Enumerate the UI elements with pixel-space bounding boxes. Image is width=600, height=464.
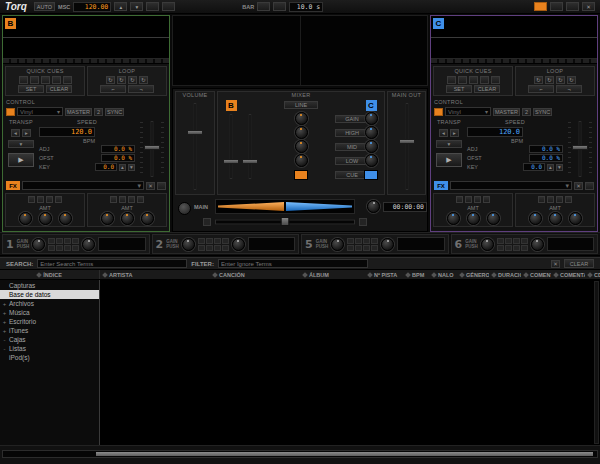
sync-button[interactable]: SYNC xyxy=(533,108,552,116)
master-button[interactable]: MASTER xyxy=(493,108,520,116)
fx-amount-knob[interactable] xyxy=(141,212,154,225)
fx-slot-button[interactable] xyxy=(137,196,144,203)
fx-slot-button[interactable] xyxy=(547,196,554,203)
channel-button[interactable] xyxy=(64,245,71,251)
crossfader-thumb[interactable] xyxy=(281,217,290,226)
deck-b-low-knob[interactable] xyxy=(295,154,308,167)
channel-button[interactable] xyxy=(513,238,520,244)
loop-in-button[interactable]: ⌐ xyxy=(100,85,126,93)
fx-amount-knob[interactable] xyxy=(529,212,542,225)
channel-aux-knob[interactable] xyxy=(531,238,544,251)
sidebar-item-escritorio[interactable]: +Escritorio xyxy=(0,317,99,326)
column-header-bpm[interactable]: BPM xyxy=(403,272,429,278)
fx-option-button[interactable] xyxy=(585,182,594,190)
column-header-album[interactable]: ÁLBUM xyxy=(300,272,365,278)
channel-button[interactable] xyxy=(48,238,55,244)
crossfade-assign-right-button[interactable] xyxy=(359,218,367,226)
fx-slot-button[interactable] xyxy=(119,196,126,203)
slider-thumb[interactable] xyxy=(223,159,239,164)
deck-c-cue-button[interactable] xyxy=(364,170,378,180)
horizontal-scrollbar-thumb[interactable] xyxy=(96,452,593,456)
loop-out-button[interactable]: ¬ xyxy=(556,85,582,93)
channel-button[interactable] xyxy=(72,238,79,244)
cue-mix-knob[interactable] xyxy=(367,200,380,213)
crossfader[interactable] xyxy=(215,217,355,227)
column-header-cd[interactable]: CD xyxy=(585,272,600,278)
loop-out-button[interactable]: ¬ xyxy=(128,85,154,93)
deck-c-waveform-display[interactable]: C xyxy=(431,16,597,59)
fx-slot-button[interactable] xyxy=(28,196,35,203)
deck-c-mid-knob[interactable] xyxy=(365,140,378,153)
track-list-area[interactable] xyxy=(100,280,600,445)
quick-cue-button[interactable] xyxy=(52,76,61,84)
toolbar-button[interactable] xyxy=(146,2,159,11)
loop-size-button[interactable]: ↻ xyxy=(139,76,148,84)
channel-button[interactable] xyxy=(222,245,229,251)
quick-cue-button[interactable] xyxy=(19,76,28,84)
clear-search-icon-button[interactable]: ✕ xyxy=(551,260,560,268)
toolbar-button[interactable] xyxy=(273,2,286,11)
channel-button[interactable] xyxy=(347,238,354,244)
loop-size-button[interactable]: ↻ xyxy=(567,76,576,84)
key-up-button[interactable]: ▴ xyxy=(119,164,126,171)
fx-slot-button[interactable] xyxy=(46,196,53,203)
quick-cue-button[interactable] xyxy=(491,76,500,84)
fx-close-button[interactable]: ✕ xyxy=(146,182,155,190)
offset-button[interactable]: ▾ xyxy=(8,140,34,148)
channel-button[interactable] xyxy=(222,238,229,244)
fx-slot-button[interactable] xyxy=(110,196,117,203)
horizontal-scrollbar[interactable] xyxy=(2,450,598,458)
channel-button[interactable] xyxy=(371,238,378,244)
channel-aux-knob[interactable] xyxy=(232,238,245,251)
channel-button[interactable] xyxy=(513,245,520,251)
column-header-comentario-1[interactable]: COMENTARIO 1 xyxy=(551,272,585,278)
sidebar-item-cajas[interactable]: -Cajas xyxy=(0,335,99,344)
loop-size-button[interactable]: ↻ xyxy=(117,76,126,84)
key-up-button[interactable]: ▴ xyxy=(547,164,554,171)
deck-b-gain-knob[interactable] xyxy=(295,112,308,125)
fx-slot-button[interactable] xyxy=(128,196,135,203)
column-header-genero[interactable]: GÉNERO xyxy=(457,272,489,278)
deck-c-low-knob[interactable] xyxy=(365,154,378,167)
preferences-button[interactable] xyxy=(566,2,579,11)
channel-button[interactable] xyxy=(497,238,504,244)
fx-amount-knob[interactable] xyxy=(39,212,52,225)
vertical-scrollbar[interactable] xyxy=(594,281,599,444)
loop-size-button[interactable]: ↻ xyxy=(128,76,137,84)
fx-select[interactable]: ▾ xyxy=(450,181,572,190)
column-header-indice[interactable]: ÍNDICE xyxy=(0,270,100,279)
sidebar-item-ipods[interactable]: iPod(s) xyxy=(0,353,99,362)
quick-cue-button[interactable] xyxy=(480,76,489,84)
channel-gain-knob[interactable] xyxy=(32,238,45,251)
channel-button[interactable] xyxy=(206,238,213,244)
main-out-slider[interactable] xyxy=(388,101,425,192)
channel-button[interactable] xyxy=(521,245,528,251)
deck-b-mode-select[interactable]: Vinyl ▾ xyxy=(17,107,63,116)
toolbar-indicator-button[interactable] xyxy=(534,2,547,11)
line-source-button[interactable]: LINE xyxy=(284,101,318,109)
master-button[interactable]: MASTER xyxy=(65,108,92,116)
cue-volume-slider[interactable] xyxy=(176,101,214,192)
key-down-button[interactable]: ▾ xyxy=(128,164,135,171)
offset-button[interactable]: ▾ xyxy=(436,140,462,148)
channel-button[interactable] xyxy=(56,238,63,244)
sidebar-item-capturas[interactable]: Capturas xyxy=(0,281,99,290)
channel-button[interactable] xyxy=(505,245,512,251)
deck-b-high-knob[interactable] xyxy=(295,126,308,139)
tempo-up-button[interactable]: ▴ xyxy=(114,2,127,11)
nudge-forward-button[interactable]: ▸ xyxy=(450,129,459,137)
sync-button[interactable]: SYNC xyxy=(105,108,124,116)
channel-button[interactable] xyxy=(214,238,221,244)
fx-slot-button[interactable] xyxy=(556,196,563,203)
column-header-artista[interactable]: ARTISTA xyxy=(100,272,210,278)
toolbar-button[interactable] xyxy=(257,2,270,11)
fx-amount-knob[interactable] xyxy=(467,212,480,225)
channel-button[interactable] xyxy=(64,238,71,244)
cue-clear-button[interactable]: CLEAR xyxy=(46,85,72,93)
deck-b-waveform-display[interactable]: B xyxy=(3,16,169,59)
channel-button[interactable] xyxy=(497,245,504,251)
channel-gain-knob[interactable] xyxy=(481,238,494,251)
channel-aux-knob[interactable] xyxy=(381,238,394,251)
quick-cue-button[interactable] xyxy=(447,76,456,84)
deck-c-pitch-slider[interactable] xyxy=(565,119,595,179)
